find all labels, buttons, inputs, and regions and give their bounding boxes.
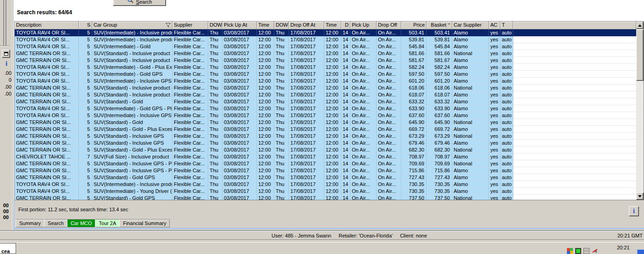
table-row[interactable]: GMC TERRAIN OR SI...5SUV(Standard) - Inc…	[15, 133, 636, 140]
windows-colored-icon[interactable]	[567, 248, 573, 254]
table-row[interactable]: TOYOTA RAV4 OR SI...5SUV(Intermediate) -…	[15, 36, 636, 43]
cell-dow2: Thu	[274, 98, 289, 105]
column-header-s[interactable]: S	[79, 22, 92, 29]
cell-filler	[513, 195, 636, 200]
column-header-dropoff_loc[interactable]: Drop Off	[377, 22, 401, 29]
cell-t: auto	[500, 36, 513, 43]
table-row[interactable]: GMC TERRAIN OR SI...5SUV(Standard) - Inc…	[15, 160, 636, 167]
cell-t: auto	[500, 188, 513, 195]
cell-t: auto	[500, 43, 513, 50]
column-header-d[interactable]: D	[341, 22, 350, 29]
cell-pickup_loc: On Air...	[350, 36, 377, 43]
cell-ac: yes	[489, 43, 500, 50]
table-row[interactable]: GMC TERRAIN OR SI...5SUV(Standard) - Inc…	[15, 57, 636, 64]
cell-pickup_loc: On Air...	[350, 140, 377, 147]
cell-d: 14	[341, 119, 350, 126]
cell-t: auto	[500, 167, 513, 174]
cell-t: auto	[500, 71, 513, 78]
table-row[interactable]: GMC TERRAIN OR SI...5SUV(Standard) - Gol…	[15, 126, 636, 133]
cell-s: 5	[79, 91, 92, 98]
tab-tour-2a[interactable]: Tour 2A	[95, 219, 120, 227]
cell-t: auto	[500, 140, 513, 147]
left-panel-value: 00	[0, 214, 9, 220]
filter-funnel-icon[interactable]	[166, 23, 171, 28]
column-header-pickup_loc[interactable]: Pick Up	[350, 22, 377, 29]
column-header-time1[interactable]: Time	[257, 22, 274, 29]
table-row[interactable]: GMC TERRAIN OR SI...5SUV(Standard) - Inc…	[15, 167, 636, 174]
table-row[interactable]: GMC TERRAIN OR SI...5SUV(Standard) - Gol…	[15, 147, 636, 153]
table-row[interactable]: GMC TERRAIN OR SI...5SUV(Standard) - Inc…	[15, 140, 636, 147]
column-header-car_supplier[interactable]: Car Supplier	[452, 22, 489, 29]
column-header-time2[interactable]: Time	[324, 22, 341, 29]
column-header-price[interactable]: Price	[401, 22, 427, 29]
search-button[interactable]: Search	[113, 0, 166, 6]
info-button[interactable]: i	[629, 206, 639, 216]
cell-time2: 12:00	[324, 167, 341, 174]
cell-supplier: Flexible Car...	[172, 85, 208, 91]
column-header-t[interactable]: T	[500, 22, 513, 29]
table-row[interactable]: TOYOTA RAV4 OR SI...5SUV(Intermediate) -…	[15, 181, 636, 188]
table-row[interactable]: TOYOTA RAV4 OR SI...5SUV(Intermediate) -…	[15, 43, 636, 50]
scrollbar-thumb[interactable]	[636, 29, 644, 81]
tab-search[interactable]: Search	[44, 219, 67, 227]
taskbar-window-fragment[interactable]: cea	[0, 243, 16, 254]
scroll-up-button[interactable]	[636, 22, 644, 29]
cell-basket: 582.24	[427, 64, 452, 71]
tab-summary[interactable]: Summary	[16, 219, 44, 227]
search-timing-text: First portion: 11.2 sec, total search ti…	[18, 207, 128, 212]
table-row[interactable]: GMC TERRAIN OR SI...5SUV(Standard) - Gol…	[15, 174, 636, 181]
vertical-scrollbar[interactable]	[636, 22, 644, 200]
cell-price: 730.35	[401, 181, 427, 188]
column-header-car_group[interactable]: Car Group	[92, 22, 172, 29]
cell-filler	[513, 188, 636, 195]
table-row[interactable]: GMC TERRAIN OR SI...5SUV(Standard) - Gol…	[15, 195, 636, 200]
display-icon[interactable]	[575, 248, 581, 254]
volume-muted-icon[interactable]	[592, 248, 598, 254]
table-row[interactable]: TOYOTA RAV4 OR SI...5SUV(Intermediate) -…	[15, 64, 636, 71]
cell-car_supplier: Alamo	[452, 112, 489, 119]
column-header-dow2[interactable]: DOW	[274, 22, 289, 29]
table-row[interactable]: GMC TERRAIN OR SI...5SUV(Standard) - Inc…	[15, 50, 636, 57]
cell-t: auto	[500, 133, 513, 140]
column-header-dow1[interactable]: DOW	[208, 22, 222, 29]
table-row[interactable]: TOYOTA RAV4 OR SI...5SUV(Intermediate) -…	[15, 105, 636, 112]
table-row[interactable]: TOYOTA RAV4 OR SI...5SUV(Intermediate) -…	[15, 78, 636, 85]
column-header-supplier[interactable]: Supplier	[172, 22, 208, 29]
table-row[interactable]: CHEVROLET TAHOE ...7SUV(Full Size) - Inc…	[15, 153, 636, 160]
scroll-down-button[interactable]	[636, 192, 644, 200]
table-row[interactable]: GMC TERRAIN OR SI...5SUV(Standard) - Gol…	[15, 98, 636, 105]
cell-car_group: SUV(Intermediate) - Inclusive product	[92, 181, 172, 188]
cell-filler	[513, 126, 636, 133]
table-row[interactable]: GMC TERRAIN OR SI...5SUV(Standard) - Inc…	[15, 91, 636, 98]
column-header-description[interactable]: Description	[15, 22, 79, 29]
cell-filler	[513, 43, 636, 50]
cell-t: auto	[500, 29, 513, 36]
column-header-ac[interactable]: AC	[489, 22, 500, 29]
cell-dropoff_loc: On Air...	[377, 133, 401, 140]
table-row[interactable]: TOYOTA RAV4 OR SI...5SUV(Intermediate) -…	[15, 188, 636, 195]
table-row[interactable]: GMC TERRAIN OR SI...5SUV(Standard) - Gol…	[15, 119, 636, 126]
cell-t: auto	[500, 153, 513, 160]
clipboard-icon[interactable]	[583, 248, 589, 254]
column-header-pickup_at[interactable]: Pick Up At	[222, 22, 257, 29]
taskbar-clock: 20:21	[617, 245, 630, 250]
cell-dow2: Thu	[274, 119, 289, 126]
cell-price: 737.50	[401, 195, 427, 200]
cell-dow1: Thu	[208, 147, 222, 153]
restore-window-button[interactable]	[2, 50, 10, 58]
info-icon[interactable]: i	[3, 60, 10, 68]
table-row[interactable]: TOYOTA RAV4 OR SI...5SUV(Intermediate) -…	[15, 112, 636, 119]
cell-filler	[513, 174, 636, 181]
cell-dropoff_loc: On Air...	[377, 119, 401, 126]
cell-dow1: Thu	[208, 126, 222, 133]
tab-financial-summary[interactable]: Financial Summary	[119, 219, 170, 227]
tab-car-mco[interactable]: Car MCO	[67, 219, 95, 227]
cell-time2: 12:00	[324, 126, 341, 133]
table-row[interactable]: TOYOTA RAV4 OR SI...5SUV(Intermediate) -…	[15, 29, 636, 36]
table-row[interactable]: TOYOTA RAV4 OR SI...5SUV(Intermediate) -…	[15, 71, 636, 78]
table-row[interactable]: GMC TERRAIN OR SI...5SUV(Standard) - Inc…	[15, 85, 636, 91]
column-header-basket[interactable]: Basket	[427, 22, 452, 29]
cell-dow2: Thu	[274, 181, 289, 188]
column-header-dropoff_at[interactable]: Drop Off At	[289, 22, 324, 29]
cell-dow1: Thu	[208, 29, 222, 36]
